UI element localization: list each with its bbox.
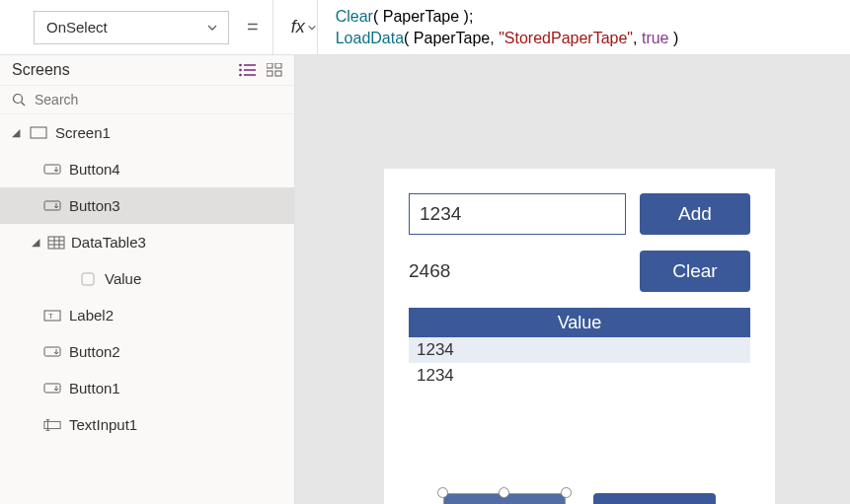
save-button[interactable]: Save bbox=[593, 493, 716, 504]
svg-rect-9 bbox=[31, 127, 46, 138]
sum-label: 2468 bbox=[409, 260, 450, 282]
equals-label: = bbox=[247, 16, 259, 38]
svg-rect-10 bbox=[44, 165, 60, 174]
svg-rect-20 bbox=[44, 347, 60, 356]
tree-label: DataTable3 bbox=[71, 234, 146, 251]
datatable-icon bbox=[47, 235, 65, 251]
tree-label: Screen1 bbox=[55, 124, 111, 141]
tree-label: Button4 bbox=[69, 161, 120, 178]
tree-view-title: Screens bbox=[12, 61, 70, 79]
tree-item-label2[interactable]: T Label2 bbox=[0, 297, 294, 333]
button-icon bbox=[43, 344, 61, 360]
canvas[interactable]: Add 2468 Clear Value 1234 1234 Load bbox=[295, 55, 850, 504]
fx-icon: fx bbox=[291, 17, 317, 37]
tree-item-button2[interactable]: Button2 bbox=[0, 333, 294, 370]
table-row[interactable]: 1234 bbox=[409, 363, 750, 389]
grid-view-icon[interactable] bbox=[267, 63, 282, 77]
button-icon bbox=[43, 198, 61, 214]
tree-item-value[interactable]: Value bbox=[0, 260, 294, 297]
formula-input[interactable]: Clear( PaperTape ); LoadData( PaperTape,… bbox=[317, 0, 850, 54]
tree-label: TextInput1 bbox=[69, 416, 137, 433]
svg-rect-3 bbox=[267, 63, 272, 68]
resize-handle[interactable] bbox=[437, 487, 448, 498]
resize-handle[interactable] bbox=[561, 487, 572, 498]
tree: ◢ Screen1 Button4 Button3 ◢ bbox=[0, 114, 294, 443]
tree-item-button4[interactable]: Button4 bbox=[0, 151, 294, 187]
tree-item-textinput1[interactable]: TextInput1 bbox=[0, 406, 294, 443]
caret-down-icon[interactable]: ◢ bbox=[32, 236, 41, 249]
svg-rect-17 bbox=[82, 273, 94, 285]
data-table[interactable]: Value 1234 1234 bbox=[409, 308, 750, 389]
svg-point-1 bbox=[239, 69, 242, 72]
svg-rect-12 bbox=[48, 237, 64, 249]
property-dropdown[interactable]: OnSelect bbox=[34, 11, 229, 44]
column-icon bbox=[79, 271, 97, 287]
svg-rect-4 bbox=[275, 63, 281, 68]
search-icon bbox=[12, 93, 27, 108]
caret-down-icon[interactable]: ◢ bbox=[12, 126, 22, 139]
chevron-down-icon bbox=[206, 22, 218, 34]
svg-point-0 bbox=[239, 64, 242, 67]
clear-button[interactable]: Clear bbox=[640, 251, 750, 292]
tree-label: Label2 bbox=[69, 307, 114, 324]
tree-item-button3[interactable]: Button3 bbox=[0, 187, 294, 224]
svg-rect-22 bbox=[44, 421, 60, 428]
button-icon bbox=[43, 381, 61, 396]
tree-search-input[interactable] bbox=[35, 92, 282, 108]
label-icon: T bbox=[43, 308, 61, 324]
textinput-icon bbox=[43, 417, 61, 433]
svg-rect-21 bbox=[44, 384, 60, 393]
tree-item-datatable3[interactable]: ◢ DataTable3 bbox=[0, 224, 294, 260]
app-screen: Add 2468 Clear Value 1234 1234 Load bbox=[384, 169, 775, 504]
list-view-icon[interactable] bbox=[239, 63, 257, 77]
tree-label: Button3 bbox=[69, 197, 120, 214]
tree-search[interactable] bbox=[0, 85, 294, 114]
tree-label: Button1 bbox=[69, 380, 120, 396]
resize-handle[interactable] bbox=[499, 487, 509, 498]
property-dropdown-label: OnSelect bbox=[46, 19, 108, 36]
svg-rect-11 bbox=[44, 201, 60, 210]
svg-point-2 bbox=[239, 74, 242, 77]
svg-line-8 bbox=[22, 102, 26, 106]
main: Screens ◢ Screen1 bbox=[0, 55, 850, 504]
table-row[interactable]: 1234 bbox=[409, 337, 750, 363]
svg-rect-6 bbox=[275, 71, 281, 76]
tree-view-header: Screens bbox=[0, 55, 294, 85]
fx-cell[interactable]: fx bbox=[272, 0, 317, 54]
tree-label: Value bbox=[105, 270, 141, 287]
table-header-value[interactable]: Value bbox=[409, 308, 750, 337]
tree-item-button1[interactable]: Button1 bbox=[0, 370, 294, 406]
tree-view-panel: Screens ◢ Screen1 bbox=[0, 55, 295, 504]
add-button[interactable]: Add bbox=[640, 193, 750, 235]
svg-rect-5 bbox=[267, 71, 272, 76]
tree-item-screen1[interactable]: ◢ Screen1 bbox=[0, 114, 294, 151]
tree-label: Button2 bbox=[69, 343, 120, 360]
formula-bar: OnSelect = fx Clear( PaperTape ); LoadDa… bbox=[0, 0, 850, 55]
screen-icon bbox=[30, 125, 47, 141]
svg-text:T: T bbox=[48, 312, 53, 321]
button-icon bbox=[43, 162, 61, 178]
svg-point-7 bbox=[14, 94, 23, 103]
number-input[interactable] bbox=[409, 193, 626, 235]
selected-control[interactable]: Load bbox=[443, 493, 566, 504]
